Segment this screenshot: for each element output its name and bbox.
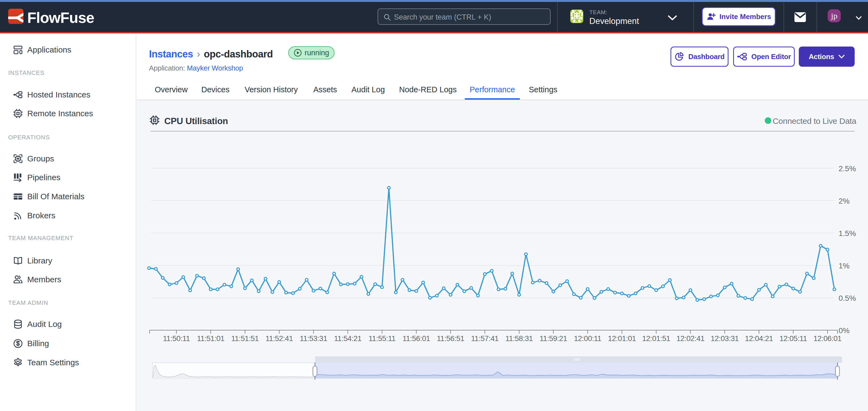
- svg-text:12:06:01: 12:06:01: [813, 334, 842, 343]
- svg-text:12:04:21: 12:04:21: [745, 334, 773, 343]
- svg-text:11:53:31: 11:53:31: [300, 334, 327, 343]
- svg-text:11:52:41: 11:52:41: [266, 334, 293, 343]
- svg-text:12:05:11: 12:05:11: [779, 334, 807, 343]
- svg-text:2%: 2%: [839, 197, 849, 205]
- svg-text:12:03:31: 12:03:31: [711, 334, 739, 343]
- svg-text:0.5%: 0.5%: [839, 294, 856, 302]
- svg-text:2.5%: 2.5%: [839, 164, 856, 173]
- svg-text:11:56:51: 11:56:51: [437, 334, 464, 343]
- svg-text:1.5%: 1.5%: [839, 229, 856, 238]
- svg-text:11:51:01: 11:51:01: [197, 334, 224, 343]
- svg-text:11:59:21: 11:59:21: [540, 334, 567, 343]
- svg-text:12:02:41: 12:02:41: [677, 334, 705, 343]
- svg-text:0%: 0%: [839, 327, 849, 335]
- svg-text:11:57:41: 11:57:41: [471, 334, 499, 343]
- svg-text:11:50:11: 11:50:11: [163, 334, 190, 343]
- svg-text:11:55:11: 11:55:11: [369, 334, 396, 343]
- svg-text:11:54:21: 11:54:21: [334, 334, 362, 343]
- svg-text:11:51:51: 11:51:51: [231, 334, 259, 343]
- svg-text:1%: 1%: [839, 262, 849, 270]
- svg-text:11:58:31: 11:58:31: [505, 334, 533, 343]
- svg-text:12:00:11: 12:00:11: [574, 334, 601, 343]
- svg-text:12:01:51: 12:01:51: [642, 334, 670, 343]
- svg-text:12:01:01: 12:01:01: [608, 334, 636, 343]
- svg-text:11:56:01: 11:56:01: [402, 334, 430, 343]
